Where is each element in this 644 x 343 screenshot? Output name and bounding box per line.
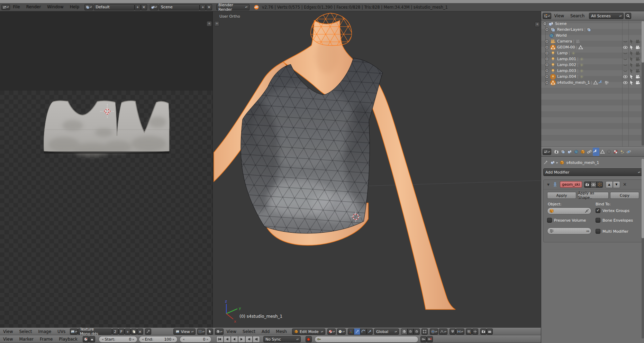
vertex-groups-checkbox[interactable]: ✓ bbox=[596, 208, 600, 213]
add-modifier-dropdown[interactable]: Add Modifier▴▾ bbox=[543, 168, 642, 176]
add-scene-button[interactable]: ＋ bbox=[200, 4, 206, 10]
delete-keyframe-button[interactable] bbox=[427, 336, 433, 342]
pin-icon[interactable] bbox=[543, 160, 548, 165]
editor-type-outliner-button[interactable]: ▴▾ bbox=[543, 13, 551, 19]
outliner-scope-select[interactable]: All Scenes▴▾ bbox=[589, 13, 624, 19]
lock-range-button[interactable] bbox=[89, 336, 95, 342]
manipulator-translate-button[interactable] bbox=[354, 328, 360, 335]
unlink-image-button[interactable]: × bbox=[137, 328, 143, 335]
apply-as-shape-button[interactable]: Apply as Shape.. bbox=[578, 192, 609, 199]
jump-to-start-button[interactable] bbox=[216, 336, 224, 343]
tl-menu-frame[interactable]: Frame bbox=[37, 336, 56, 343]
snap-toggle-button[interactable] bbox=[450, 328, 456, 335]
tab-object-data[interactable] bbox=[599, 148, 606, 156]
manipulator-scale-button[interactable] bbox=[366, 328, 373, 335]
modifier-visibility-toggle[interactable] bbox=[590, 182, 597, 188]
manipulate-origins-button[interactable] bbox=[472, 328, 478, 335]
sync-mode-select[interactable]: No Sync▴▾ bbox=[263, 336, 301, 342]
panel-collapse-icon[interactable]: ▼ bbox=[547, 183, 550, 186]
image-users-count-button[interactable]: 2 bbox=[112, 328, 118, 335]
jump-to-end-button[interactable] bbox=[253, 336, 260, 343]
swap-arrows-icon[interactable]: ⇔ bbox=[586, 229, 589, 233]
play-reverse-button[interactable] bbox=[231, 336, 238, 343]
move-modifier-down-button[interactable]: ▼ bbox=[613, 181, 620, 188]
expand-icon[interactable]: + bbox=[545, 63, 549, 67]
keying-set-field[interactable] bbox=[315, 336, 418, 343]
frame-start-field[interactable]: ◂Start:0▸ bbox=[99, 336, 137, 343]
expand-icon[interactable]: + bbox=[545, 51, 549, 55]
render-toggle-icon[interactable] bbox=[635, 57, 640, 62]
opengl-render-anim-button[interactable] bbox=[487, 328, 493, 335]
tab-object[interactable] bbox=[580, 148, 586, 156]
image-display-mode-select[interactable]: View▴▾ bbox=[173, 328, 196, 335]
tab-physics[interactable] bbox=[626, 148, 632, 156]
v3d-menu-view[interactable]: View bbox=[224, 328, 239, 335]
tab-texture[interactable] bbox=[613, 148, 619, 156]
tl-menu-playback[interactable]: Playback bbox=[56, 336, 81, 343]
expand-icon[interactable]: + bbox=[545, 57, 549, 61]
image-browse-button[interactable]: ▴▾ bbox=[70, 328, 78, 335]
pack-image-button[interactable] bbox=[131, 328, 137, 335]
expand-icon[interactable]: + bbox=[545, 28, 549, 31]
hide-toggle-icon[interactable] bbox=[623, 57, 628, 62]
modifier-editmode-toggle[interactable] bbox=[597, 182, 603, 188]
manipulator-toggle-button[interactable] bbox=[348, 328, 354, 335]
hide-toggle-icon[interactable] bbox=[623, 68, 628, 73]
render-engine-select[interactable]: Blender Render▴▾ bbox=[216, 4, 250, 10]
auto-keyframe-button[interactable] bbox=[306, 336, 312, 342]
render-toggle-icon[interactable] bbox=[635, 74, 640, 79]
frame-end-field[interactable]: ◂End:100▸ bbox=[139, 336, 178, 343]
tab-modifiers[interactable] bbox=[593, 148, 599, 156]
breadcrumb-object-name[interactable]: s4studio_mesh_1 bbox=[566, 160, 599, 165]
uv-menu-view[interactable]: View bbox=[0, 328, 16, 335]
expand-icon[interactable]: + bbox=[545, 39, 549, 43]
menu-help[interactable]: Help bbox=[67, 3, 82, 11]
tl-menu-marker[interactable]: Marker bbox=[16, 336, 36, 343]
transform-orientation-select[interactable]: Global▴▾ bbox=[374, 328, 399, 335]
menu-window[interactable]: Window bbox=[44, 3, 66, 11]
hide-toggle-icon[interactable] bbox=[623, 39, 628, 44]
outliner-row-renderlayers[interactable]: + RenderLayers | bbox=[541, 27, 644, 33]
add-layout-button[interactable]: ＋ bbox=[135, 4, 141, 10]
insert-keyframe-button[interactable] bbox=[420, 336, 427, 342]
move-modifier-up-button[interactable]: ▲ bbox=[606, 181, 613, 188]
editor-type-info-button[interactable]: ▴▾ bbox=[1, 4, 10, 10]
selectable-toggle-icon[interactable] bbox=[629, 63, 634, 67]
properties-scrollbar[interactable] bbox=[642, 159, 644, 339]
opengl-render-button[interactable] bbox=[480, 328, 487, 335]
tab-render-layers[interactable] bbox=[560, 148, 566, 156]
uv-menu-uvs[interactable]: UVs bbox=[54, 328, 69, 335]
expand-icon[interactable]: + bbox=[545, 69, 549, 73]
selectable-toggle-icon[interactable] bbox=[629, 39, 634, 44]
outliner-row-lamp[interactable]: + Lamp | bbox=[541, 50, 644, 56]
outliner-row-lamp-004[interactable]: + Lamp.004 | bbox=[541, 74, 644, 80]
tab-scene[interactable] bbox=[566, 148, 573, 156]
current-frame-field[interactable]: ◂0▸ bbox=[180, 336, 211, 343]
uv-pivot-select[interactable]: ▴▾ bbox=[197, 328, 205, 335]
render-toggle-icon[interactable] bbox=[635, 63, 640, 67]
outliner-search-button[interactable] bbox=[625, 13, 631, 19]
hide-toggle-icon[interactable] bbox=[623, 51, 628, 56]
limit-to-visible-button[interactable] bbox=[421, 328, 428, 335]
selectable-toggle-icon[interactable] bbox=[629, 57, 634, 62]
playback-range-button[interactable] bbox=[83, 336, 89, 342]
selectable-toggle-icon[interactable] bbox=[629, 80, 634, 85]
eyedropper-icon[interactable] bbox=[584, 208, 589, 213]
uv-menu-select[interactable]: Select bbox=[16, 328, 35, 335]
f-fake-user-button[interactable]: F bbox=[118, 328, 125, 335]
viewport-right-expand-button[interactable]: ＋ bbox=[535, 22, 540, 27]
v3d-menu-select[interactable]: Select bbox=[239, 328, 258, 335]
play-button[interactable] bbox=[238, 336, 245, 343]
tab-world[interactable] bbox=[573, 148, 580, 156]
outliner-row-lamp-001[interactable]: + Lamp.001 | bbox=[541, 56, 644, 62]
pin-image-button[interactable] bbox=[145, 328, 151, 335]
expand-icon[interactable]: + bbox=[545, 81, 549, 84]
next-keyframe-button[interactable] bbox=[245, 336, 253, 343]
uv-image-editor[interactable]: ＋ bbox=[0, 11, 213, 328]
scene-field[interactable]: Scene bbox=[159, 4, 200, 10]
proportional-edit-select[interactable]: ▴▾ bbox=[430, 328, 438, 335]
snap-peel-button[interactable] bbox=[466, 328, 472, 335]
render-toggle-icon[interactable] bbox=[635, 80, 640, 85]
outliner-row-lamp-003[interactable]: + Lamp.003 | bbox=[541, 68, 644, 74]
hide-toggle-icon[interactable] bbox=[623, 63, 628, 67]
